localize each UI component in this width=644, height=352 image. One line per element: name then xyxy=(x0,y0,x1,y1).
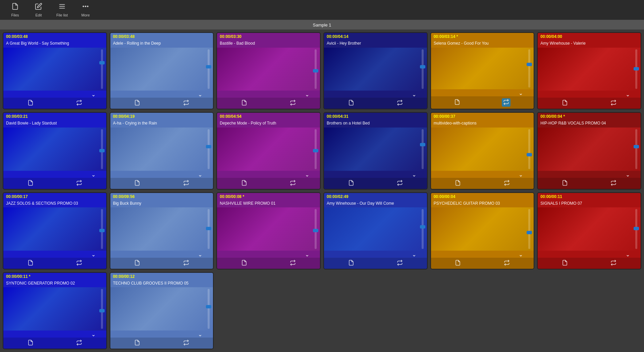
card-arrow[interactable]: ⌄ xyxy=(431,89,534,96)
repeat-icon[interactable] xyxy=(504,260,510,267)
file-icon[interactable] xyxy=(28,340,34,347)
card-arrow[interactable]: ⌄ xyxy=(538,91,641,98)
card-arrow[interactable]: ⌄ xyxy=(3,251,106,258)
card-19[interactable]: 00:00/00:11 * SYNTONIC GENERATOR PROMO 0… xyxy=(3,272,107,349)
file-icon[interactable] xyxy=(241,100,247,107)
repeat-icon[interactable] xyxy=(183,100,189,107)
card-11[interactable]: 00:00/00:37 multivideo-with-captions ⌄ xyxy=(430,112,535,189)
card-arrow[interactable]: ⌄ xyxy=(3,331,106,338)
slider-thumb[interactable] xyxy=(313,149,318,152)
card-2[interactable]: 00:00/03:48 Adele - Rolling in the Deep … xyxy=(110,32,214,109)
slider-thumb[interactable] xyxy=(206,227,211,230)
slider-thumb[interactable] xyxy=(99,229,105,232)
toolbar-filelist[interactable]: File list xyxy=(50,0,74,20)
card-5[interactable]: 00:00/03:14 * Selena Gomez - Good For Yo… xyxy=(430,32,535,109)
slider-thumb[interactable] xyxy=(634,145,639,148)
repeat-icon[interactable] xyxy=(504,180,510,187)
slider-thumb[interactable] xyxy=(634,67,639,70)
card-1[interactable]: 00:00/03:48 A Great Big World - Say Some… xyxy=(3,32,107,109)
repeat-icon[interactable] xyxy=(290,100,296,107)
repeat-icon[interactable] xyxy=(397,260,403,267)
repeat-icon[interactable] xyxy=(397,100,403,107)
card-3[interactable]: 00:00/03:30 Bastille - Bad Blood ⌄ xyxy=(216,32,321,109)
slider-thumb[interactable] xyxy=(99,61,105,64)
card-20[interactable]: 00:00/00:12 TECHNO CLUB GROOVES II PROMO… xyxy=(110,272,214,349)
repeat-icon[interactable] xyxy=(610,260,616,267)
slider-thumb[interactable] xyxy=(634,227,639,230)
slider-thumb[interactable] xyxy=(420,143,425,146)
card-arrow[interactable]: ⌄ xyxy=(217,171,320,178)
card-16[interactable]: 00:00/02:49 Amy Winehouse - Our Day Will… xyxy=(323,192,428,269)
card-arrow[interactable]: ⌄ xyxy=(110,171,213,178)
slider-thumb[interactable] xyxy=(420,65,425,68)
card-arrow[interactable]: ⌄ xyxy=(3,171,106,178)
card-arrow[interactable]: ⌄ xyxy=(538,171,641,178)
file-icon[interactable] xyxy=(455,260,461,267)
slider-thumb[interactable] xyxy=(527,63,532,66)
file-icon[interactable] xyxy=(348,180,354,187)
repeat-icon[interactable] xyxy=(76,260,82,267)
file-icon[interactable] xyxy=(455,180,461,187)
card-arrow[interactable]: ⌄ xyxy=(324,91,427,98)
card-arrow[interactable]: ⌄ xyxy=(431,171,534,178)
toolbar-edit[interactable]: Edit xyxy=(27,0,50,20)
card-arrow[interactable]: ⌄ xyxy=(324,171,427,178)
card-18[interactable]: 00:00/00:11 SIGNALS I PROMO 07 ⌄ xyxy=(537,192,641,269)
card-arrow[interactable]: ⌄ xyxy=(538,251,641,258)
file-icon[interactable] xyxy=(134,180,140,187)
slider-thumb[interactable] xyxy=(527,153,532,156)
file-icon[interactable] xyxy=(241,260,247,267)
card-15[interactable]: 00:00/00:08 * NASHVILLE WIRE PROMO 01 ⌄ xyxy=(216,192,321,269)
repeat-icon[interactable] xyxy=(183,340,189,347)
card-14[interactable]: 00:00/09:56 Big Buck Bunny ⌄ xyxy=(110,192,214,269)
slider-thumb[interactable] xyxy=(99,149,105,152)
card-8[interactable]: 00:00/04:19 A-ha - Crying in the Rain ⌄ xyxy=(110,112,214,189)
repeat-icon[interactable] xyxy=(183,260,189,267)
repeat-icon[interactable] xyxy=(610,100,616,107)
card-9[interactable]: 00:00/04:54 Depeche Mode - Policy of Tru… xyxy=(216,112,321,189)
file-icon[interactable] xyxy=(562,100,568,107)
card-arrow[interactable]: ⌄ xyxy=(110,251,213,258)
card-10[interactable]: 00:00/04:31 Brothers on a Hotel Bed ⌄ xyxy=(323,112,428,189)
repeat-icon[interactable] xyxy=(183,180,189,187)
slider-thumb[interactable] xyxy=(527,231,532,234)
slider-thumb[interactable] xyxy=(206,305,211,308)
slider-thumb[interactable] xyxy=(99,309,105,312)
toolbar-files[interactable]: Files xyxy=(3,0,27,20)
slider-thumb[interactable] xyxy=(206,65,211,68)
file-icon[interactable] xyxy=(134,260,140,267)
file-icon[interactable] xyxy=(134,340,140,347)
repeat-icon[interactable] xyxy=(290,180,296,187)
repeat-icon[interactable] xyxy=(76,340,82,347)
repeat-icon[interactable] xyxy=(610,180,616,187)
repeat-icon[interactable] xyxy=(397,180,403,187)
file-icon[interactable] xyxy=(134,100,140,107)
file-icon[interactable] xyxy=(28,180,34,187)
card-arrow[interactable]: ⌄ xyxy=(431,251,534,258)
file-icon[interactable] xyxy=(241,180,247,187)
card-7[interactable]: 00:00/03:21 David Bowie - Lady Stardust … xyxy=(3,112,107,189)
card-arrow[interactable]: ⌄ xyxy=(3,91,106,98)
card-arrow[interactable]: ⌄ xyxy=(110,91,213,98)
card-4[interactable]: 00:00/04:14 Avicii - Hey Brother ⌄ xyxy=(323,32,428,109)
slider-thumb[interactable] xyxy=(313,69,318,72)
repeat-icon[interactable] xyxy=(290,260,296,267)
file-icon[interactable] xyxy=(562,260,568,267)
slider-thumb[interactable] xyxy=(313,229,318,232)
card-arrow[interactable]: ⌄ xyxy=(110,331,213,338)
slider-thumb[interactable] xyxy=(420,225,425,229)
repeat-icon[interactable] xyxy=(76,100,82,107)
file-icon[interactable] xyxy=(28,100,34,107)
card-17[interactable]: 00:00/00:04 PSYCHEDELIC GUITAR PROMO 03 … xyxy=(430,192,535,269)
file-icon[interactable] xyxy=(348,100,354,107)
card-6[interactable]: 00:00/04:00 Amy Winehouse - Valerie ⌄ xyxy=(537,32,641,109)
card-12[interactable]: 00:00/00:04 * HIP-HOP R&B VOCALS PROMO 0… xyxy=(537,112,641,189)
card-arrow[interactable]: ⌄ xyxy=(217,91,320,98)
file-icon[interactable] xyxy=(348,260,354,267)
toolbar-more[interactable]: More xyxy=(74,0,97,20)
file-icon[interactable] xyxy=(454,99,460,106)
card-arrow[interactable]: ⌄ xyxy=(217,251,320,258)
file-icon[interactable] xyxy=(562,180,568,187)
repeat-icon[interactable] xyxy=(76,180,82,187)
file-icon[interactable] xyxy=(28,260,34,267)
